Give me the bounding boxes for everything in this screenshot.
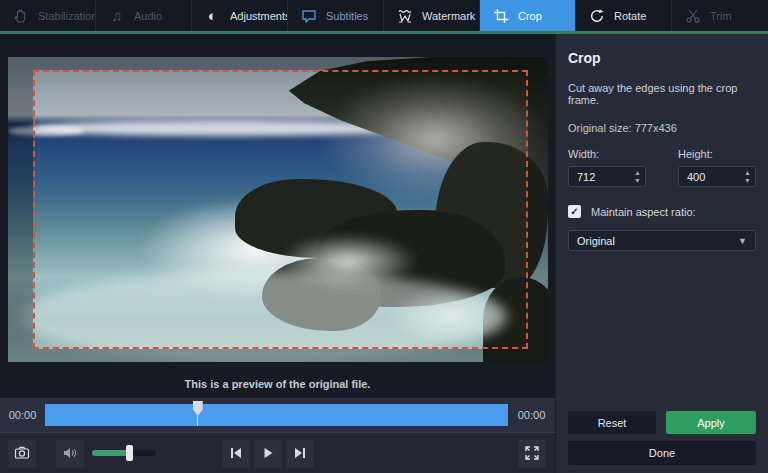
aspect-preset-dropdown[interactable]: Original ▼	[568, 230, 756, 251]
original-size-text: Original size: 777x436	[568, 122, 756, 134]
panel-title: Crop	[568, 50, 756, 66]
spinner-up-icon[interactable]: ▲	[634, 169, 641, 177]
tab-label: Stabilization	[38, 10, 96, 22]
width-label: Width:	[568, 148, 646, 160]
snapshot-button[interactable]	[8, 440, 36, 468]
tab-audio: ♫ Audio	[96, 0, 192, 31]
play-icon	[260, 445, 276, 464]
spinner-up-icon[interactable]: ▲	[744, 169, 751, 177]
tab-adjustments[interactable]: ◐ Adjustments	[192, 0, 288, 31]
mute-button[interactable]	[56, 440, 84, 468]
tools-toolbar: Stabilization ♫ Audio ◐ Adjustments Subt…	[0, 0, 768, 31]
next-frame-icon	[292, 445, 308, 464]
elapsed-time: 00:00	[0, 409, 45, 421]
check-icon: ✓	[570, 206, 578, 217]
fullscreen-icon	[524, 445, 540, 464]
previous-frame-button[interactable]	[222, 440, 250, 468]
apply-button[interactable]: Apply	[666, 411, 756, 434]
volume-slider[interactable]	[92, 450, 156, 456]
spinner-down-icon[interactable]: ▼	[634, 177, 641, 185]
maintain-aspect-row[interactable]: ✓ Maintain aspect ratio:	[568, 205, 756, 218]
maintain-aspect-label: Maintain aspect ratio:	[591, 206, 696, 218]
next-frame-button[interactable]	[286, 440, 314, 468]
crop-frame[interactable]	[33, 70, 528, 349]
preview-caption: This is a preview of the original file.	[0, 378, 555, 390]
tab-trim: Trim	[672, 0, 768, 31]
total-time: 00:00	[508, 409, 555, 421]
height-label: Height:	[678, 148, 756, 160]
chevron-down-icon: ▼	[738, 236, 747, 246]
crop-settings-panel: Crop Cut away the edges using the crop f…	[555, 34, 768, 473]
playback-controls	[0, 432, 555, 473]
adjustments-icon: ◐	[204, 7, 221, 24]
trim-scissors-icon	[684, 7, 701, 24]
tab-subtitles[interactable]: Subtitles	[288, 0, 384, 31]
previous-frame-icon	[228, 445, 244, 464]
tab-label: Crop	[518, 10, 542, 22]
done-button[interactable]: Done	[568, 441, 756, 465]
tab-crop[interactable]: Crop	[480, 0, 576, 31]
stabilization-icon	[12, 7, 29, 24]
panel-button-row: Reset Apply	[568, 411, 756, 434]
dimensions-row: Width: ▲ ▼ Height: ▲ ▼	[568, 148, 756, 187]
watermark-icon	[396, 7, 413, 24]
tab-rotate[interactable]: Rotate	[576, 0, 672, 31]
width-field: ▲ ▼	[568, 166, 646, 187]
crop-icon	[492, 7, 509, 24]
camera-icon	[14, 445, 30, 464]
tab-label: Subtitles	[326, 10, 368, 22]
preview-area: This is a preview of the original file. …	[0, 34, 555, 473]
video-preview	[8, 57, 548, 362]
play-button[interactable]	[254, 440, 282, 468]
tab-stabilization: Stabilization	[0, 0, 96, 31]
volume-handle[interactable]	[126, 445, 133, 461]
timeline-progress	[45, 404, 508, 426]
audio-icon: ♫	[108, 7, 125, 24]
height-spinner[interactable]: ▲ ▼	[740, 167, 755, 186]
rotate-icon	[588, 7, 605, 24]
speaker-icon	[62, 445, 78, 464]
tab-label: Watermark	[422, 10, 475, 22]
height-field: ▲ ▼	[678, 166, 756, 187]
panel-description: Cut away the edges using the crop frame.	[568, 82, 756, 106]
tab-label: Adjustments	[230, 10, 288, 22]
subtitles-icon	[300, 7, 317, 24]
fullscreen-button[interactable]	[518, 440, 546, 468]
aspect-preset-value: Original	[577, 235, 615, 247]
maintain-aspect-checkbox[interactable]: ✓	[568, 205, 581, 218]
tab-label: Trim	[710, 10, 732, 22]
width-spinner[interactable]: ▲ ▼	[630, 167, 645, 186]
height-input[interactable]	[679, 167, 740, 186]
volume-fill	[92, 450, 129, 456]
timeline-row: 00:00 00:00	[0, 398, 555, 432]
video-editor-window: Stabilization ♫ Audio ◐ Adjustments Subt…	[0, 0, 768, 473]
tab-label: Audio	[134, 10, 162, 22]
width-input[interactable]	[569, 167, 630, 186]
tab-label: Rotate	[614, 10, 646, 22]
spinner-down-icon[interactable]: ▼	[744, 177, 751, 185]
reset-button[interactable]: Reset	[568, 411, 656, 434]
tab-watermark[interactable]: Watermark	[384, 0, 480, 31]
seek-bar[interactable]	[45, 404, 508, 426]
